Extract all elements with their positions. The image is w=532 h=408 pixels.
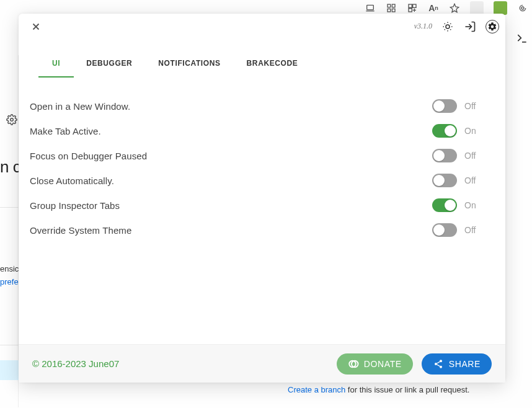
terminal-icon[interactable]	[516, 32, 528, 45]
svg-rect-0	[367, 5, 374, 9]
ext2-icon[interactable]	[494, 1, 507, 15]
star-icon[interactable]	[449, 2, 460, 14]
toggle-state-group_inspector: On	[457, 200, 482, 210]
svg-rect-3	[388, 9, 391, 12]
tab-notifications[interactable]: NOTIFICATIONS	[156, 59, 223, 78]
svg-rect-6	[413, 4, 416, 7]
bg-gear-icon[interactable]	[6, 114, 17, 125]
svg-rect-5	[409, 4, 412, 7]
donate-icon	[348, 358, 359, 370]
theme-icon[interactable]	[441, 20, 454, 33]
setting-row-close_auto: Close Automatically.Off	[30, 168, 482, 193]
donate-label: DONATE	[364, 359, 402, 369]
lap-icon[interactable]	[365, 2, 376, 14]
settings-panel: v3.1.0 UIDEBUGGERNOTIFICATIONSBRAKECODE …	[19, 14, 505, 383]
tab-debugger[interactable]: DEBUGGER	[84, 59, 135, 78]
tabs: UIDEBUGGERNOTIFICATIONSBRAKECODE	[19, 35, 505, 78]
setting-label-focus_paused: Focus on Debugger Paused	[30, 151, 432, 161]
toggle-state-make_tab_active: On	[457, 126, 482, 136]
toggle-state-override_theme: Off	[457, 225, 482, 235]
gear-icon[interactable]	[485, 20, 499, 33]
svg-point-9	[11, 118, 14, 122]
ext1-icon[interactable]	[470, 1, 484, 15]
bg-text-ensid: ensic	[0, 264, 19, 273]
create-branch-link[interactable]: Create a branch	[288, 385, 345, 394]
setting-row-focus_paused: Focus on Debugger PausedOff	[30, 143, 482, 168]
panel-footer: © 2016-2023 June07 DONATE SHARE	[19, 344, 505, 383]
setting-label-group_inspector: Group Inspector Tabs	[30, 200, 432, 211]
setting-row-group_inspector: Group Inspector TabsOn	[30, 193, 482, 218]
create-branch-hint: Create a branch for this issue or link a…	[288, 385, 469, 394]
share-button[interactable]: SHARE	[422, 353, 492, 375]
toggle-make_tab_active[interactable]	[432, 124, 457, 138]
create-branch-tail: for this issue or link a pull request.	[345, 385, 469, 394]
toggle-focus_paused[interactable]	[432, 149, 457, 162]
tab-brakecode[interactable]: BRAKECODE	[244, 59, 301, 78]
setting-label-close_auto: Close Automatically.	[30, 175, 432, 186]
svg-point-10	[446, 25, 450, 29]
bg-link-prefe[interactable]: prefe	[0, 277, 19, 286]
panel-header: v3.1.0	[19, 14, 505, 35]
toggle-group_inspector[interactable]	[432, 198, 457, 212]
setting-label-make_tab_active: Make Tab Active.	[30, 126, 432, 136]
toggle-state-open_new_window: Off	[457, 101, 482, 111]
toggle-state-focus_paused: Off	[457, 151, 482, 161]
svg-point-15	[440, 365, 442, 368]
bg-truncated-heading: n c	[0, 157, 19, 177]
ext3-icon[interactable]	[517, 2, 528, 14]
grid-icon[interactable]	[386, 2, 397, 14]
copyright-text: © 2016-2023 June07	[32, 358, 119, 369]
setting-row-override_theme: Override System ThemeOff	[30, 218, 482, 242]
share-label: SHARE	[449, 359, 481, 369]
donate-button[interactable]: DONATE	[337, 353, 413, 375]
version-label: v3.1.0	[414, 22, 432, 31]
svg-point-14	[435, 363, 437, 365]
settings-list: Open in a New Window.OffMake Tab Active.…	[19, 78, 505, 344]
tab-ui[interactable]: UI	[50, 59, 63, 78]
toggle-override_theme[interactable]	[432, 223, 457, 237]
share-icon	[433, 358, 444, 370]
toggle-state-close_auto: Off	[457, 175, 482, 185]
toggle-open_new_window[interactable]	[432, 99, 457, 113]
svg-rect-1	[388, 4, 391, 7]
login-icon[interactable]	[463, 20, 477, 33]
apps-icon[interactable]	[407, 2, 418, 14]
setting-row-make_tab_active: Make Tab Active.On	[30, 118, 482, 143]
svg-rect-2	[392, 4, 395, 7]
close-button[interactable]	[27, 18, 45, 35]
setting-label-override_theme: Override System Theme	[30, 225, 432, 236]
toggle-close_auto[interactable]	[432, 174, 457, 187]
setting-row-open_new_window: Open in a New Window.Off	[30, 94, 482, 118]
textsize-icon[interactable]: An	[428, 2, 439, 14]
svg-point-13	[440, 360, 442, 362]
setting-label-open_new_window: Open in a New Window.	[30, 101, 432, 112]
svg-rect-4	[392, 9, 395, 12]
svg-point-8	[521, 7, 524, 9]
svg-rect-7	[409, 8, 412, 11]
